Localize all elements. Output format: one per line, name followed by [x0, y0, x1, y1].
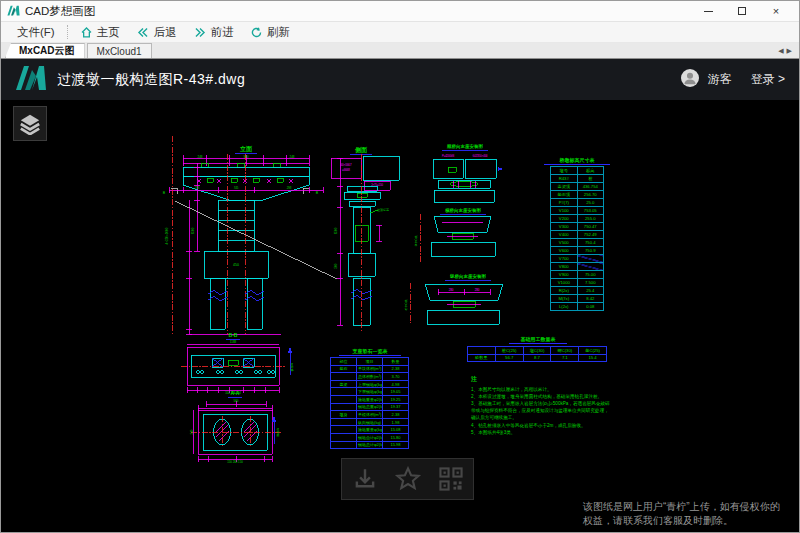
tab-mxcloud1[interactable]: MxCloud1 — [87, 43, 152, 58]
menubar-separator — [67, 25, 68, 39]
svg-text:GJZ350×400: GJZ350×400 — [472, 154, 488, 158]
app-window: CAD梦想画图 × 文件(F) 主页 后退 前进 刷新 MxCAD云图 MxCl… — [0, 0, 800, 533]
app-logo-icon — [7, 2, 20, 20]
svg-text:桩中心线: 桩中心线 — [404, 299, 408, 311]
menubar: 文件(F) 主页 后退 前进 刷新 — [1, 22, 799, 43]
upload-disclaimer: 该图纸是网上用户“青柠”上传，如有侵权你的 权益，请联系我们客服及时删除。 — [583, 500, 797, 527]
document-header: 过渡墩一般构造图R-43#.dwg 游客 登录 > — [1, 59, 799, 100]
svg-text:248: 248 — [289, 155, 294, 159]
svg-text:280: 280 — [449, 288, 454, 292]
svg-text:侧面: 侧面 — [354, 146, 368, 154]
svg-text:6500: 6500 — [191, 227, 195, 234]
layers-button[interactable] — [13, 106, 47, 141]
svg-text:P=4200kN: P=4200kN — [442, 154, 454, 158]
cad-dimension-labels: 248990248BB4504×250=10006500298745298118… — [163, 154, 488, 464]
qrcode-button[interactable] — [438, 466, 464, 492]
svg-text:1188: 1188 — [230, 340, 237, 344]
svg-text:500: 500 — [334, 263, 338, 268]
view-side-elevation: 侧面 — [331, 146, 399, 331]
download-button[interactable] — [352, 466, 378, 492]
svg-text:40×1667: 40×1667 — [341, 163, 352, 167]
login-link[interactable]: 登录 > — [751, 71, 785, 88]
tabbar: MxCAD云图 MxCloud1 ◀▶ — [1, 43, 799, 59]
avatar[interactable] — [681, 69, 699, 90]
download-icon — [352, 466, 378, 492]
view-section-bb: B-B — [181, 332, 293, 393]
forward-button[interactable]: 前进 — [185, 22, 242, 42]
qrcode-icon — [438, 466, 464, 492]
svg-text:150 260 150: 150 260 150 — [227, 460, 243, 464]
view-bearing-axial: 纵桥向支座安装图 — [410, 273, 503, 324]
quantity-table-title: 基础用工数量表 — [509, 336, 567, 344]
view-bearing-transverse: 横桥向支座安装图 — [420, 207, 495, 262]
svg-text:B: B — [163, 191, 166, 195]
bearing-table: 部位项目数量垫石单块体积(m³)2.38总体积数(m³)3.70盖梁上层钢筋φ(… — [330, 357, 409, 449]
close-button[interactable]: × — [759, 1, 793, 22]
cad-canvas[interactable]: 立面 — [1, 100, 800, 533]
back-icon — [136, 26, 150, 39]
app-title: CAD梦想画图 — [25, 4, 95, 19]
svg-text:104 248 104: 104 248 104 — [225, 391, 241, 395]
svg-text:顺桥向支座安装图: 顺桥向支座安装图 — [446, 143, 484, 150]
tab-mxcad-cloud[interactable]: MxCAD云图 — [5, 43, 85, 58]
notes-list: 1、本图尺寸均以厘米计，高程以米计。2、本桥设过渡墩，墩身采用圆柱式结构，基础采… — [471, 386, 613, 436]
svg-text:横桥向: 横桥向 — [290, 363, 294, 372]
svg-text:=6668: =6668 — [342, 168, 350, 172]
elevation-table: 墩号标高R43#桩盖梁顶436.754垫石顶256.70P#(7)25.0V10… — [550, 166, 604, 311]
maximize-button[interactable] — [725, 1, 759, 22]
svg-text:298: 298 — [195, 186, 200, 190]
svg-text:4×250=1000: 4×250=1000 — [165, 227, 169, 244]
tab-scroll-arrows[interactable]: ◀▶ — [778, 47, 795, 55]
minimize-button[interactable] — [691, 1, 725, 22]
mxcad-logo — [15, 65, 47, 95]
svg-text:745: 745 — [234, 186, 239, 190]
forward-icon — [193, 26, 207, 39]
svg-text:B-B: B-B — [229, 332, 238, 338]
user-label: 游客 — [708, 71, 732, 88]
svg-text:6500: 6500 — [334, 227, 338, 234]
disclaimer-line2: 权益，请联系我们客服及时删除。 — [583, 514, 797, 528]
svg-text:990: 990 — [243, 155, 248, 159]
disclaimer-line1: 该图纸是网上用户“青柠”上传，如有侵权你的 — [583, 500, 797, 514]
back-button[interactable]: 后退 — [128, 22, 185, 42]
svg-text:248: 248 — [197, 155, 202, 159]
svg-text:横桥向支座安装图: 横桥向支座安装图 — [445, 207, 482, 214]
favorite-button[interactable] — [394, 466, 422, 492]
svg-text:450: 450 — [233, 263, 239, 267]
svg-text:560: 560 — [233, 399, 238, 403]
svg-text:2×75=150: 2×75=150 — [371, 183, 383, 187]
refresh-icon — [250, 26, 263, 39]
bearing-table-title: 支座垫石一览表 — [339, 348, 401, 356]
star-icon — [394, 466, 422, 492]
svg-text:240: 240 — [190, 429, 194, 434]
titlebar: CAD梦想画图 × — [1, 1, 799, 22]
viewer-toolbar — [341, 458, 474, 500]
layers-icon — [19, 113, 41, 135]
drawing-notes: 注 1、本图尺寸均以厘米计，高程以米计。2、本桥设过渡墩，墩身采用圆柱式结构，基… — [471, 375, 613, 436]
document-filename: 过渡墩一般构造图R-43#.dwg — [57, 71, 245, 89]
elevation-table-title: 桥墩标高尺寸表 — [544, 157, 610, 165]
view-bearing-longitudinal: 顺桥向支座安装图 — [433, 143, 503, 202]
svg-text:立面: 立面 — [239, 145, 253, 153]
home-icon — [80, 26, 93, 39]
svg-text:墩中心线: 墩中心线 — [414, 235, 418, 247]
file-menu[interactable]: 文件(F) — [9, 25, 63, 40]
quantity-table: 桩C(25)墩C(30)帽C(30)垫C(25)砼数量56.78.77.115.… — [467, 346, 607, 362]
svg-text:顺桥向: 顺桥向 — [276, 428, 280, 437]
svg-text:280: 280 — [475, 288, 480, 292]
svg-text:298: 298 — [287, 186, 292, 190]
svg-text:纵桥向支座安装图: 纵桥向支座安装图 — [449, 273, 487, 280]
svg-text:B: B — [316, 191, 319, 195]
home-button[interactable]: 主页 — [72, 22, 128, 42]
svg-text:桩顶标高: 桩顶标高 — [376, 208, 389, 212]
notes-title: 注 — [471, 375, 613, 384]
refresh-button[interactable]: 刷新 — [242, 22, 298, 42]
